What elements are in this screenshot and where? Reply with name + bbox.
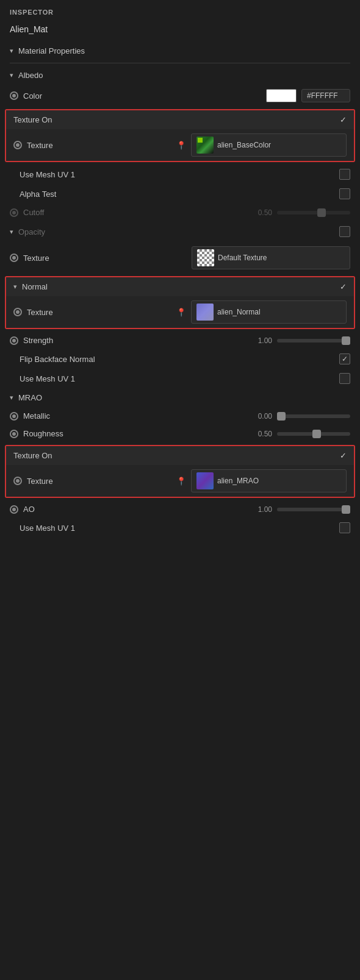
albedo-texture-on-row[interactable]: Texture On ✓ [6,110,354,129]
hex-value[interactable]: #FFFFFF [301,89,350,102]
alpha-test-row: Alpha Test [0,184,360,204]
mrao-use-mesh-uv-row: Use Mesh UV 1 [0,518,360,538]
metallic-slider[interactable] [277,414,350,418]
normal-header[interactable]: ▾ Normal ✓ [6,277,354,296]
mrao-use-mesh-uv-checkbox[interactable] [339,522,350,533]
mrao-texture-on-label: Texture On [13,451,335,460]
flip-backface-row: Flip Backface Normal [0,349,360,369]
albedo-location-icon: 📍 [176,141,186,150]
flip-backface-checkbox[interactable] [339,353,350,364]
roughness-value: 0.50 [249,430,272,438]
material-properties-chevron: ▾ [10,47,13,55]
albedo-title: Albedo [18,71,350,80]
albedo-chevron: ▾ [10,71,13,79]
alpha-test-checkbox[interactable] [339,188,350,199]
mrao-texture-on-row[interactable]: Texture On ✓ [6,446,354,465]
albedo-use-mesh-uv-row: Use Mesh UV 1 [0,165,360,184]
albedo-texture-name: alien_BaseColor [217,141,271,149]
normal-title: Normal [22,282,335,291]
opacity-chevron: ▾ [10,228,13,236]
albedo-header[interactable]: ▾ Albedo [0,66,360,85]
divider-1 [10,63,350,63]
metallic-thumb[interactable] [277,412,286,421]
color-radio[interactable] [10,91,18,100]
normal-texture-radio[interactable] [13,308,22,316]
mrao-use-mesh-uv-label: Use Mesh UV 1 [20,524,334,533]
color-swatch[interactable] [266,89,297,102]
cutoff-radio[interactable] [10,208,18,217]
ao-row: AO 1.00 [0,500,360,518]
normal-texture-row: Texture 📍 alien_Normal [6,296,354,328]
cutoff-row: Cutoff 0.50 [0,204,360,221]
albedo-texture-thumb [196,137,214,154]
albedo-use-mesh-uv-checkbox[interactable] [339,169,350,180]
opacity-title: Opacity [18,227,334,236]
roughness-row: Roughness 0.50 [0,425,360,442]
metallic-label: Metallic [23,411,244,421]
ao-slider[interactable] [277,508,350,511]
roughness-slider[interactable] [277,432,350,436]
albedo-texture-radio[interactable] [13,141,22,149]
mrao-texture-radio[interactable] [13,477,22,485]
metallic-slider-container: 0.00 [249,412,350,421]
mrao-texture-label: Texture [27,477,171,486]
albedo-texture-section: Texture On ✓ Texture 📍 alien_BaseColor [5,109,355,162]
opacity-checkbox[interactable] [339,226,350,237]
opacity-texture-row: Texture Default Texture [0,242,360,274]
ao-radio[interactable] [10,505,18,514]
material-properties-header[interactable]: ▾ Material Properties [0,41,360,60]
metallic-row: Metallic 0.00 [0,407,360,425]
color-label: Color [23,91,261,101]
mrao-texture-box[interactable]: alien_MRAO [191,469,347,492]
mrao-texture-name: alien_MRAO [217,477,259,485]
ao-slider-container: 1.00 [249,505,350,514]
alpha-test-label: Alpha Test [20,190,334,199]
opacity-header[interactable]: ▾ Opacity [0,221,360,242]
normal-texture-box[interactable]: alien_Normal [191,300,347,324]
normal-use-mesh-uv-label: Use Mesh UV 1 [20,374,334,383]
strength-row: Strength 1.00 [0,332,360,349]
albedo-texture-row: Texture 📍 alien_BaseColor [6,129,354,161]
flip-backface-label: Flip Backface Normal [20,355,334,364]
opacity-texture-box[interactable]: Default Texture [192,246,350,269]
ao-thumb[interactable] [342,505,350,514]
cutoff-value: 0.50 [249,208,272,217]
normal-texture-thumb [196,304,214,321]
normal-use-mesh-uv-row: Use Mesh UV 1 [0,369,360,388]
opacity-texture-radio[interactable] [10,254,18,262]
albedo-texture-box[interactable]: alien_BaseColor [191,133,347,157]
normal-use-mesh-uv-checkbox[interactable] [339,373,350,384]
albedo-use-mesh-uv-label: Use Mesh UV 1 [20,170,334,179]
normal-section: ▾ Normal ✓ Texture 📍 alien_Normal [5,276,355,329]
roughness-thumb[interactable] [312,430,321,438]
mrao-texture-row: Texture 📍 alien_MRAO [6,465,354,497]
metallic-radio[interactable] [10,412,18,421]
strength-radio[interactable] [10,336,18,345]
mrao-title: MRAO [18,393,350,402]
mrao-header[interactable]: ▾ MRAO [0,388,360,407]
mrao-location-icon: 📍 [176,477,186,486]
roughness-radio[interactable] [10,430,18,438]
material-name: Alien_Mat [0,21,360,41]
normal-location-icon: 📍 [176,308,186,317]
mrao-texture-on-check: ✓ [340,451,347,460]
normal-texture-name: alien_Normal [217,308,261,316]
mrao-texture-thumb [196,472,214,489]
normal-check: ✓ [340,282,347,291]
cutoff-slider[interactable] [277,211,350,215]
cutoff-thumb[interactable] [317,208,326,217]
metallic-value: 0.00 [249,412,272,421]
strength-thumb[interactable] [342,336,350,345]
normal-chevron: ▾ [13,283,17,291]
cutoff-label: Cutoff [23,208,244,217]
albedo-texture-on-label: Texture On [13,115,335,124]
roughness-slider-container: 0.50 [249,430,350,438]
strength-slider[interactable] [277,339,350,343]
ao-value: 1.00 [249,505,272,514]
ao-label: AO [23,505,244,514]
opacity-texture-label: Texture [23,254,187,263]
albedo-texture-on-check: ✓ [340,115,347,124]
roughness-label: Roughness [23,429,244,438]
strength-slider-container: 1.00 [249,336,350,345]
inspector-title: INSPECTOR [0,0,360,21]
